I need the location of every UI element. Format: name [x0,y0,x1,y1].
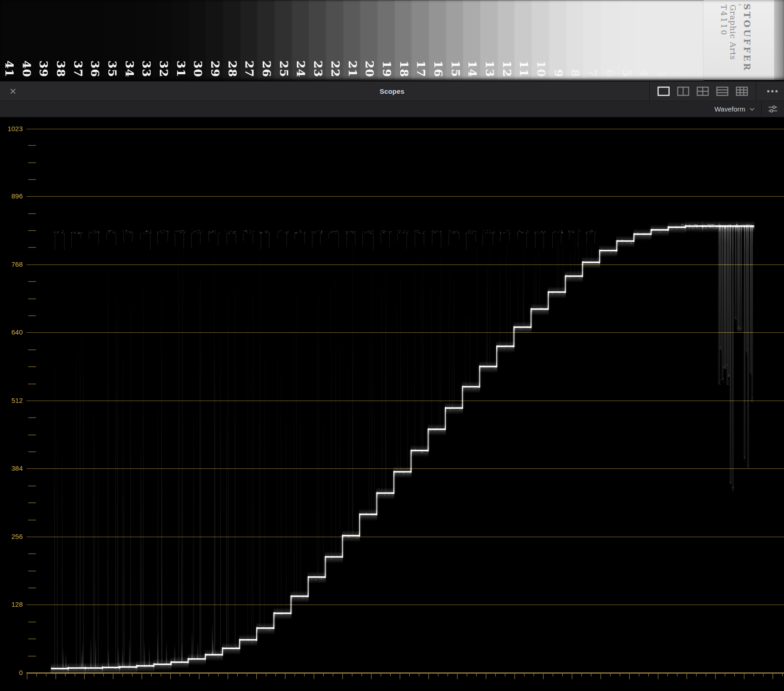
ellipsis-icon [767,90,769,92]
layout-grid-icon [736,86,748,96]
layout-two-up-button[interactable] [676,86,690,97]
layout-rows-icon [716,86,728,96]
wedge-step-number: 34 [123,61,136,77]
wedge-step-number: 40 [20,61,33,77]
wedge-step-number: 16 [432,61,445,77]
wedge-patch [583,0,601,80]
scope-toolbar: Waveform [0,101,784,117]
scope-type-dropdown[interactable]: Waveform [710,101,759,117]
wedge-step-number: 35 [106,61,119,77]
scan-edge-strip [774,0,784,80]
wedge-step-number: 23 [311,61,325,77]
layout-grid-button[interactable] [735,86,749,97]
wedge-step-number: 22 [329,61,342,77]
wedge-patch [618,0,635,80]
wedge-step-number: 3 [655,69,668,77]
scopes-window: 4140393837363534333231302928272625242322… [0,0,784,691]
wedge-brand-label: STOUFFER™ Graphic Arts T4110 [719,4,752,80]
more-options-button[interactable] [760,81,784,101]
waveform-scope-canvas [0,117,784,691]
wedge-step-number: 15 [449,61,462,77]
layout-four-up-button[interactable] [696,86,710,97]
wedge-step-number: 21 [346,61,359,77]
scope-settings-button[interactable] [762,101,784,117]
layout-rows-button[interactable] [715,86,729,97]
wedge-step-number: 24 [294,61,307,77]
wedge-step-number: 6 [603,69,616,77]
wedge-step-number: 8 [569,69,582,77]
wedge-step-number: 1 [689,69,702,77]
wedge-step-number: 11 [517,61,530,77]
divider [756,81,756,101]
wedge-step-number: 12 [500,61,514,77]
wedge-step-number: 7 [586,69,599,77]
wedge-step-number: 33 [140,61,153,77]
wedge-step-number: 2 [672,69,685,77]
wedge-step-number: 39 [37,61,50,77]
wedge-step-number: 37 [71,61,85,77]
chevron-down-icon [749,107,755,111]
wedge-step-number: 18 [397,61,411,77]
wedge-patch [652,0,669,80]
wedge-patch [635,0,652,80]
wedge-strip: 4140393837363534333231302928272625242322… [0,0,784,80]
wedge-patch [669,0,687,80]
wedge-step-number: 14 [466,61,479,77]
wedge-step-number: 41 [3,61,16,77]
wedge-patch [566,0,584,80]
wedge-step-number: 36 [88,61,102,77]
wedge-step-number: 9 [552,69,565,77]
scope-type-value: Waveform [714,105,745,113]
divider [649,81,650,101]
sliders-icon [768,104,778,114]
wedge-patch [686,0,703,80]
brand-line2: Graphic Arts [728,5,738,80]
wedge-step-number: 28 [226,61,239,77]
wedge-step-number: 17 [414,61,428,77]
wedge-step-number: 30 [191,61,204,77]
wedge-step-number: 31 [174,61,188,77]
wedge-step-number: 25 [277,61,290,77]
layout-single-icon [657,86,670,96]
titlebar-right-controls [645,81,784,101]
wedge-step-number: 13 [483,61,496,77]
wedge-patch [549,0,566,80]
waveform-scope: 10238967686405123842561280 [0,117,784,691]
wedge-step-number: 32 [157,61,170,77]
brand-line3: T4110 [719,5,728,80]
wedge-step-number: 20 [363,61,376,77]
brand-name: STOUFFER™ [738,4,752,80]
wedge-step-number: 38 [54,61,67,77]
wedge-patch [601,0,618,80]
wedge-step-number: 4 [637,69,651,77]
wedge-step-number: 19 [380,61,393,77]
layout-two-up-icon [677,86,689,96]
wedge-step-number: 10 [535,61,548,77]
wedge-step-number: 5 [620,69,633,77]
scopes-titlebar: Scopes [0,81,784,101]
layout-single-button[interactable] [657,86,671,97]
wedge-step-number: 26 [260,61,273,77]
wedge-step-number: 29 [209,61,222,77]
layout-four-up-icon [697,86,709,96]
wedge-step-number: 27 [243,61,256,77]
